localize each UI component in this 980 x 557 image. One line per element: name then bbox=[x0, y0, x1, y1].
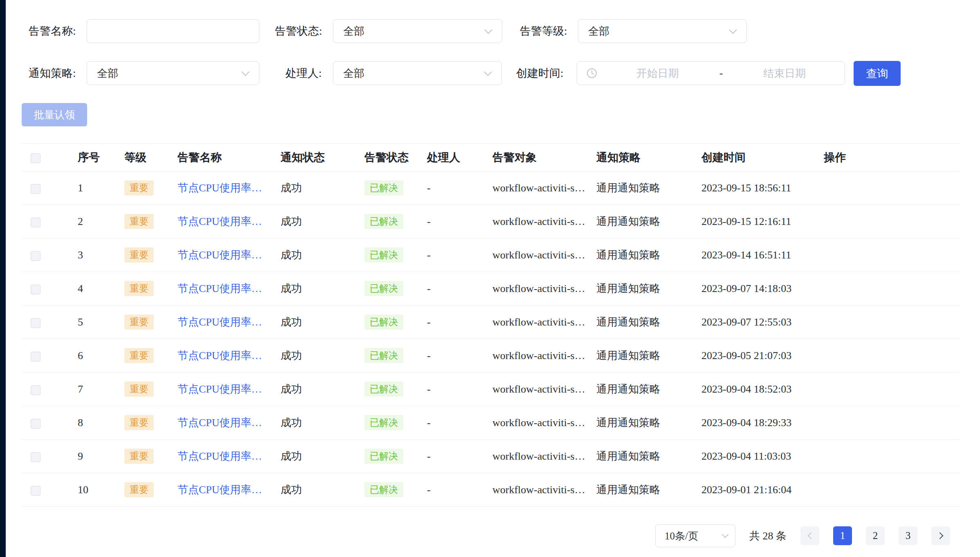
date-separator: - bbox=[718, 67, 725, 79]
notify-policy-select[interactable]: 全部 bbox=[87, 61, 259, 85]
table-row: 10 重要 节点CPU使用率… 成功 已解决 - workflow-activi… bbox=[22, 473, 961, 507]
table-row: 5 重要 节点CPU使用率… 成功 已解决 - workflow-activit… bbox=[22, 305, 961, 339]
row-checkbox[interactable] bbox=[31, 318, 40, 328]
alarm-status-badge: 已解决 bbox=[364, 482, 403, 498]
created-time: 2023-09-05 21:07:03 bbox=[701, 350, 824, 362]
alarm-status-select[interactable]: 全部 bbox=[333, 19, 502, 43]
row-checkbox[interactable] bbox=[31, 218, 40, 227]
created-time: 2023-09-04 18:52:03 bbox=[701, 383, 824, 395]
row-checkbox[interactable] bbox=[31, 385, 40, 395]
alarm-name-link[interactable]: 节点CPU使用率… bbox=[178, 249, 262, 261]
row-checkbox[interactable] bbox=[31, 184, 40, 194]
query-button[interactable]: 查询 bbox=[854, 61, 901, 86]
col-header-policy: 通知策略 bbox=[596, 150, 701, 165]
chevron-left-icon bbox=[807, 532, 814, 539]
start-date-placeholder: 开始日期 bbox=[598, 66, 718, 81]
row-checkbox[interactable] bbox=[31, 452, 40, 462]
table-row: 1 重要 节点CPU使用率… 成功 已解决 - workflow-activit… bbox=[22, 171, 961, 205]
row-checkbox[interactable] bbox=[31, 419, 40, 429]
notify-status: 成功 bbox=[281, 214, 364, 229]
alarm-level-select[interactable]: 全部 bbox=[578, 19, 747, 43]
level-badge: 重要 bbox=[124, 415, 154, 431]
col-header-actions: 操作 bbox=[824, 150, 961, 165]
col-header-target: 告警对象 bbox=[492, 150, 596, 165]
handler-label: 处理人: bbox=[285, 61, 322, 85]
notify-status: 成功 bbox=[281, 348, 364, 363]
notify-policy-label: 通知策略: bbox=[29, 61, 76, 85]
alarm-name-input[interactable] bbox=[87, 19, 259, 43]
page-button-2[interactable]: 2 bbox=[866, 526, 885, 545]
alarm-name-link[interactable]: 节点CPU使用率… bbox=[178, 182, 262, 194]
alarm-name-link[interactable]: 节点CPU使用率… bbox=[178, 484, 262, 496]
notify-status: 成功 bbox=[281, 248, 364, 262]
next-page-button[interactable] bbox=[931, 526, 950, 545]
batch-claim-button[interactable]: 批量认领 bbox=[22, 103, 87, 126]
notify-status: 成功 bbox=[281, 416, 364, 430]
alarm-name-link[interactable]: 节点CPU使用率… bbox=[178, 316, 262, 328]
col-header-handler: 处理人 bbox=[427, 150, 492, 165]
alarm-target: workflow-activiti-s… bbox=[492, 283, 596, 295]
notify-status: 成功 bbox=[281, 181, 364, 195]
alarm-status-badge: 已解决 bbox=[364, 314, 403, 330]
select-all-checkbox[interactable] bbox=[31, 153, 40, 163]
table-row: 3 重要 节点CPU使用率… 成功 已解决 - workflow-activit… bbox=[22, 238, 961, 272]
row-checkbox[interactable] bbox=[31, 352, 40, 362]
page-button-1[interactable]: 1 bbox=[833, 526, 852, 545]
alarm-status-badge: 已解决 bbox=[364, 415, 403, 431]
alarm-name-link[interactable]: 节点CPU使用率… bbox=[178, 417, 262, 429]
created-time: 2023-09-15 18:56:11 bbox=[701, 182, 824, 194]
handler-select[interactable]: 全部 bbox=[333, 61, 502, 85]
alarm-name-link[interactable]: 节点CPU使用率… bbox=[178, 216, 262, 227]
created-time: 2023-09-07 14:18:03 bbox=[701, 283, 824, 295]
alarm-name-label: 告警名称: bbox=[29, 19, 76, 43]
page-button-3[interactable]: 3 bbox=[899, 526, 917, 545]
row-checkbox[interactable] bbox=[31, 285, 40, 294]
alarm-name-link[interactable]: 节点CPU使用率… bbox=[178, 283, 262, 294]
row-checkbox[interactable] bbox=[31, 251, 40, 261]
col-header-no: 序号 bbox=[78, 150, 124, 165]
chevron-down-icon bbox=[484, 68, 492, 76]
row-index: 4 bbox=[78, 283, 124, 295]
alarm-table: 序号 等级 告警名称 通知状态 告警状态 处理人 告警对象 通知策略 创建时间 … bbox=[22, 144, 961, 507]
table-row: 9 重要 节点CPU使用率… 成功 已解决 - workflow-activit… bbox=[22, 440, 961, 473]
alarm-target: workflow-activiti-s… bbox=[492, 182, 596, 194]
level-badge: 重要 bbox=[124, 382, 154, 397]
row-checkbox[interactable] bbox=[31, 486, 40, 496]
chevron-right-icon bbox=[936, 532, 943, 539]
notify-policy-cell: 通用通知策略 bbox=[596, 449, 701, 463]
alarm-name-link[interactable]: 节点CPU使用率… bbox=[178, 383, 262, 395]
handler-cell: - bbox=[427, 450, 492, 463]
table-body: 1 重要 节点CPU使用率… 成功 已解决 - workflow-activit… bbox=[22, 171, 961, 507]
alarm-level-label: 告警等级: bbox=[520, 19, 567, 43]
handler-cell: - bbox=[427, 316, 492, 328]
table-row: 8 重要 节点CPU使用率… 成功 已解决 - workflow-activit… bbox=[22, 406, 961, 440]
clock-icon bbox=[586, 67, 598, 79]
notify-status: 成功 bbox=[281, 483, 364, 497]
alarm-target: workflow-activiti-s… bbox=[492, 216, 596, 228]
page-size-select[interactable]: 10条/页 bbox=[655, 524, 735, 547]
notify-status: 成功 bbox=[281, 315, 364, 329]
created-time: 2023-09-01 21:16:04 bbox=[701, 484, 824, 496]
create-time-range[interactable]: 开始日期 - 结束日期 bbox=[577, 61, 845, 85]
row-index: 3 bbox=[78, 249, 124, 261]
table-row: 6 重要 节点CPU使用率… 成功 已解决 - workflow-activit… bbox=[22, 339, 961, 373]
notify-policy-cell: 通用通知策略 bbox=[596, 248, 701, 262]
notify-policy-cell: 通用通知策略 bbox=[596, 483, 701, 497]
col-header-created: 创建时间 bbox=[701, 150, 824, 165]
alarm-status-value: 全部 bbox=[333, 24, 486, 38]
chevron-down-icon bbox=[729, 26, 737, 34]
alarm-name-link[interactable]: 节点CPU使用率… bbox=[178, 350, 262, 362]
created-time: 2023-09-04 18:29:33 bbox=[701, 417, 824, 429]
level-badge: 重要 bbox=[124, 482, 154, 498]
prev-page-button[interactable] bbox=[800, 526, 819, 545]
handler-cell: - bbox=[427, 484, 492, 496]
row-index: 9 bbox=[78, 450, 124, 463]
alarm-target: workflow-activiti-s… bbox=[492, 350, 596, 362]
created-time: 2023-09-07 12:55:03 bbox=[701, 316, 824, 328]
notify-policy-cell: 通用通知策略 bbox=[596, 214, 701, 229]
alarm-level-value: 全部 bbox=[578, 24, 730, 38]
end-date-placeholder: 结束日期 bbox=[724, 66, 845, 81]
chevron-down-icon bbox=[484, 26, 492, 34]
created-time: 2023-09-04 11:03:03 bbox=[701, 450, 824, 463]
alarm-name-link[interactable]: 节点CPU使用率… bbox=[178, 450, 262, 462]
